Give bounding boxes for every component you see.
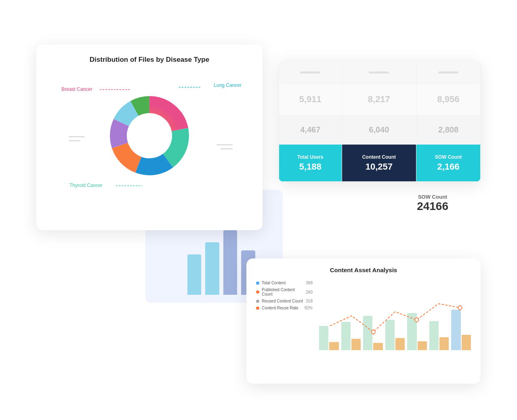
- stats-table-card: 5,911 8,217 8,956 4,467 6,040 2,808 Tota…: [279, 61, 481, 182]
- bar-1-teal: [319, 326, 328, 350]
- stats-data-row2: 4,467 6,040 2,808: [279, 116, 481, 145]
- mini-bar-1: [187, 254, 201, 295]
- lung-cancer-label: Lung Cancer: [214, 82, 242, 88]
- bar-1-orange: [329, 342, 338, 350]
- legend-published: Published Content Count 260: [256, 288, 313, 296]
- header-cell-1: [279, 61, 342, 84]
- bar-6-teal: [429, 321, 439, 350]
- data-cell-1-1: 5,911: [279, 84, 342, 116]
- svg-rect-6: [221, 148, 233, 149]
- thyroid-cancer-label: Thyroid Cancer: [69, 183, 103, 188]
- sow-count-overlay: SOW Count 24166: [417, 194, 448, 213]
- analysis-legend: Total Content 388 Published Content Coun…: [256, 277, 313, 366]
- legend-line-4: [217, 145, 233, 152]
- data-cell-1-3: 8,956: [416, 84, 481, 116]
- header-cell-2: [342, 61, 416, 84]
- bar-3-orange: [373, 343, 382, 350]
- bar-group-1: [319, 326, 339, 350]
- bar-4-teal: [385, 320, 395, 350]
- data-cell-2-2: 6,040: [342, 116, 416, 145]
- svg-rect-15: [300, 71, 320, 74]
- stats-footer-row: Total Users 5,188 Content Count 10,257 S…: [279, 145, 481, 182]
- bar-2-teal: [341, 322, 351, 350]
- footer-content-count: Content Count 10,257: [342, 145, 416, 182]
- footer-sow-count: SOW Count 2,166: [416, 145, 481, 182]
- svg-point-14: [127, 113, 172, 158]
- svg-rect-4: [69, 140, 80, 141]
- sow-overlay-value: 24166: [417, 200, 448, 213]
- bar-2-orange: [351, 339, 361, 350]
- mini-bar-2: [205, 242, 219, 295]
- analysis-content-area: Total Content 388 Published Content Coun…: [256, 277, 471, 366]
- stats-table: 5,911 8,217 8,956 4,467 6,040 2,808 Tota…: [279, 61, 481, 182]
- header-cell-3: [416, 61, 481, 84]
- analysis-chart: [319, 277, 471, 366]
- footer-total-users: Total Users 5,188: [279, 145, 342, 182]
- bar-group-4: [385, 320, 405, 350]
- bar-5-teal: [407, 313, 416, 350]
- bar-7-orange: [462, 335, 471, 350]
- data-cell-2-1: 4,467: [279, 116, 342, 145]
- data-cell-2-3: 2,808: [416, 116, 481, 145]
- data-cell-1-2: 8,217: [342, 84, 416, 116]
- legend-total-content: Total Content 388: [256, 281, 313, 285]
- sow-overlay-label: SOW Count: [417, 194, 448, 200]
- legend-line-2: [69, 136, 83, 144]
- bar-group-7: [451, 310, 471, 350]
- mini-bar-3: [223, 230, 237, 295]
- bar-group-5: [407, 313, 427, 350]
- bar-group-6: [429, 321, 449, 350]
- bar-6-orange: [439, 337, 449, 350]
- bar-4-orange: [395, 338, 405, 350]
- bar-5-orange: [418, 341, 427, 350]
- bar-3-teal: [363, 316, 372, 350]
- legend-reused: Reused Content Count 318: [256, 299, 313, 303]
- disease-distribution-card: Distribution of Files by Disease Type Br…: [36, 44, 263, 230]
- donut-chart-area: Breast Cancer Lung Cancer Thyroid Cancer: [49, 71, 250, 200]
- content-analysis-card: Content Asset Analysis Total Content 388…: [246, 258, 481, 384]
- legend-dot-published: [256, 290, 259, 294]
- legend-dot-reused: [256, 300, 259, 303]
- bar-group-2: [341, 322, 361, 350]
- svg-rect-17: [438, 71, 458, 74]
- legend-dot-rate: [256, 307, 259, 310]
- stats-data-row1: 5,911 8,217 8,956: [279, 84, 481, 116]
- bar-group-3: [363, 316, 383, 350]
- chart-bars-container: [319, 277, 471, 350]
- legend-reuse-rate: Content Reuse Rate 82%: [256, 306, 313, 310]
- svg-rect-16: [369, 71, 389, 74]
- analysis-card-title: Content Asset Analysis: [256, 267, 471, 273]
- donut-svg: [105, 91, 194, 180]
- bar-7-blue: [451, 310, 460, 350]
- disease-card-title: Distribution of Files by Disease Type: [49, 56, 250, 64]
- breast-cancer-label: Breast Cancer: [61, 86, 92, 92]
- stats-header-row: [279, 61, 481, 84]
- legend-dot-total: [256, 281, 259, 285]
- dashboard-scene: Distribution of Files by Disease Type Br…: [36, 36, 481, 384]
